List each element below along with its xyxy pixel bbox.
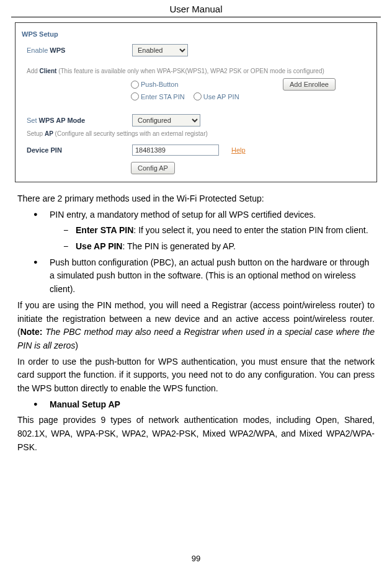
para-1: If you are using the PIN method, you wil…	[17, 299, 375, 353]
page-number: 99	[0, 554, 392, 563]
set-wps-pre: Set	[27, 117, 39, 124]
wps-setup-screenshot: WPS Setup Enable WPS Enabled Add Client …	[15, 22, 377, 182]
enter-sta-pin-radio-label[interactable]: Enter STA PIN	[131, 92, 185, 100]
use-ap-pin-text: Use AP PIN	[203, 93, 239, 100]
setup-ap-pre: Setup	[27, 130, 45, 137]
bullet-3: Manual Setup AP	[33, 398, 375, 412]
add-client-bold: Client	[40, 68, 57, 74]
enter-sta-pin-text: Enter STA PIN	[141, 93, 185, 100]
dash-1: Enter STA PIN: If you select it, you nee…	[63, 224, 375, 238]
intro-text: There are 2 primary methods used in the …	[17, 192, 375, 206]
set-wps-ap-row: Set WPS AP Mode Configured	[19, 114, 373, 127]
radio-row-1: Push-Button Add Enrollee	[19, 78, 373, 91]
dash-1-rest: : If you select it, you need to enter th…	[133, 225, 368, 235]
para-1-note: Note:	[20, 327, 43, 337]
setup-ap-row: Setup AP (Configure all security setting…	[19, 130, 373, 137]
document-content: There are 2 primary methods used in the …	[17, 192, 375, 454]
set-wps-ap-select[interactable]: Configured	[132, 114, 200, 127]
para-1-italic: The PBC method may also need a Registrar…	[17, 327, 375, 350]
bullet-1: PIN entry, a mandatory method of setup f…	[33, 208, 375, 254]
push-button-radio-label[interactable]: Push-Button	[131, 81, 179, 89]
add-client-hint: (This feature is available only when WPA…	[56, 68, 324, 74]
bullet-1-text: PIN entry, a mandatory method of setup f…	[50, 210, 316, 220]
para-2: In order to use the push-button for WPS …	[17, 355, 375, 396]
device-pin-label: Device PIN	[27, 146, 132, 154]
radio-row-2: Enter STA PIN Use AP PIN	[19, 92, 373, 100]
push-button-radio[interactable]	[131, 81, 139, 89]
set-wps-ap-label: Set WPS AP Mode	[27, 117, 132, 124]
enable-wps-select[interactable]: Enabled	[132, 44, 188, 56]
enable-wps-label: Enable WPS	[27, 47, 132, 54]
device-pin-row: Device PIN Help	[19, 144, 373, 156]
dash-list: Enter STA PIN: If you select it, you nee…	[50, 224, 375, 253]
setup-ap-hint: (Configure all security settings with an…	[53, 130, 208, 137]
enable-wps-bold: WPS	[50, 47, 65, 54]
bullet-list: PIN entry, a mandatory method of setup f…	[17, 208, 375, 296]
add-client-pre: Add	[27, 68, 40, 74]
setup-ap-bold: AP	[45, 130, 53, 137]
use-ap-pin-radio[interactable]	[194, 92, 202, 100]
bullet-2: Push button configuration (PBC), an actu…	[33, 256, 375, 296]
help-link[interactable]: Help	[231, 146, 246, 154]
dash-2-bold: Use AP PIN	[76, 241, 122, 251]
config-ap-row: Config AP	[19, 162, 373, 174]
dash-2: Use AP PIN: The PIN is generated by AP.	[63, 240, 375, 254]
para-3: This page provides 9 types of network au…	[17, 414, 375, 454]
enter-sta-pin-radio[interactable]	[131, 92, 139, 100]
enable-wps-pre: Enable	[27, 47, 50, 54]
wps-setup-title: WPS Setup	[22, 30, 373, 38]
push-button-text: Push-Button	[141, 81, 179, 88]
page-header: User Manual	[11, 0, 381, 17]
enable-wps-row: Enable WPS Enabled	[19, 44, 373, 56]
dash-1-bold: Enter STA PIN	[76, 225, 133, 235]
use-ap-pin-radio-label[interactable]: Use AP PIN	[194, 92, 239, 100]
device-pin-input[interactable]	[132, 144, 219, 156]
bullet-list-2: Manual Setup AP	[17, 398, 375, 412]
add-client-row: Add Client (This feature is available on…	[19, 68, 373, 74]
set-wps-bold: WPS AP Mode	[39, 117, 86, 124]
para-1-post: )	[75, 340, 78, 350]
config-ap-button[interactable]: Config AP	[131, 162, 175, 174]
dash-2-rest: : The PIN is generated by AP.	[122, 241, 235, 251]
add-enrollee-button[interactable]: Add Enrollee	[283, 78, 336, 91]
